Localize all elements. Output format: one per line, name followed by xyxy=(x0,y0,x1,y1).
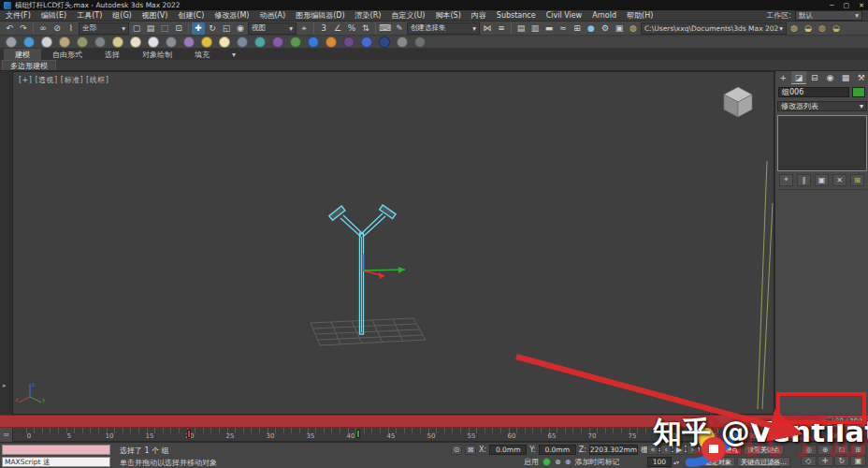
select-and-scale-icon[interactable]: ◱ xyxy=(220,22,233,35)
ribbon-tab-modeling[interactable]: 建模 xyxy=(4,49,41,60)
custom-toolbar-icon[interactable] xyxy=(130,37,141,48)
align-icon[interactable]: ≡ xyxy=(495,22,508,35)
custom-toolbar-icon[interactable] xyxy=(272,37,283,48)
redo-icon[interactable]: ↷ xyxy=(17,22,30,35)
selection-region-icon[interactable]: ⬚ xyxy=(158,22,171,35)
render-preset-2-icon[interactable]: ◒ xyxy=(802,22,815,35)
zoom-icon[interactable]: ◎ xyxy=(801,445,817,455)
custom-toolbar-icon[interactable] xyxy=(6,37,17,48)
bind-spacewarp-icon[interactable]: ⌇ xyxy=(65,22,78,35)
custom-toolbar-icon[interactable] xyxy=(308,37,319,48)
ribbon-tab-freeform[interactable]: 自由形式 xyxy=(41,49,94,60)
maximize-viewport-icon[interactable]: ▣ xyxy=(850,456,866,466)
custom-toolbar-icon[interactable] xyxy=(94,37,106,48)
edit-named-sets-icon[interactable]: ✎ xyxy=(393,22,406,35)
material-editor-icon[interactable]: ● xyxy=(585,22,598,35)
next-frame-icon[interactable]: › xyxy=(687,445,698,455)
selection-filter-dropdown[interactable]: 全部▾ xyxy=(79,22,129,35)
zoom-all-icon[interactable]: ⊕ xyxy=(817,445,833,455)
custom-toolbar-icon[interactable] xyxy=(343,37,354,48)
custom-toolbar-icon[interactable] xyxy=(183,37,195,48)
dock-expand-icon[interactable]: ▸ xyxy=(3,382,7,389)
custom-toolbar-icon[interactable] xyxy=(148,37,159,48)
perspective-viewport[interactable]: [+] [透视] [标准] [线框] xyxy=(12,71,774,415)
make-unique-icon[interactable]: ▣ xyxy=(815,174,829,186)
selection-lock-icon[interactable]: ⊠ xyxy=(465,445,476,455)
remove-modifier-icon[interactable]: ✕ xyxy=(832,174,846,186)
disable-icon[interactable]: ⊗ xyxy=(555,458,561,466)
play-animation-icon[interactable]: ▶ xyxy=(673,445,685,455)
custom-toolbar-icon[interactable] xyxy=(254,37,266,48)
layer-manager-icon[interactable]: ▤ xyxy=(514,22,528,35)
time-slider-handle[interactable]: 100 / 100 xyxy=(829,417,864,426)
object-name-field[interactable]: 组006 xyxy=(778,87,849,97)
modifier-list-dropdown[interactable]: 修改器列表▾ xyxy=(777,101,867,111)
menu-item[interactable]: Civil View xyxy=(546,11,583,20)
modify-tab-icon[interactable]: ◪ xyxy=(791,71,807,84)
menu-item[interactable]: Substance xyxy=(497,11,536,20)
render-preset-3-icon[interactable]: ◍ xyxy=(816,22,829,35)
curve-editor-icon[interactable]: ≈ xyxy=(557,22,570,35)
minimize-button[interactable]: ─ xyxy=(830,2,833,9)
custom-toolbar-icon[interactable] xyxy=(361,37,372,48)
create-tab-icon[interactable]: + xyxy=(775,71,791,84)
named-selection-sets-dropdown[interactable]: 创建选择集▾ xyxy=(407,22,480,35)
menu-item[interactable]: Arnold xyxy=(592,11,616,20)
render-preset-1-icon[interactable]: ◍ xyxy=(788,22,801,35)
custom-toolbar-icon[interactable] xyxy=(23,37,35,48)
menu-item[interactable]: 内容 xyxy=(471,10,486,21)
track-bar[interactable]: ≈ 05101520253035404550556065707580859095… xyxy=(0,428,868,442)
y-coordinate-field[interactable]: 0.0mm xyxy=(539,445,576,455)
render-production-icon[interactable]: ◍ xyxy=(627,22,640,35)
set-key-button[interactable]: 设置关键点 xyxy=(744,445,784,455)
custom-toolbar-icon[interactable] xyxy=(397,37,408,48)
time-slider[interactable]: 100 / 100 xyxy=(0,415,868,428)
custom-toolbar-icon[interactable] xyxy=(77,37,88,48)
zoom-extents-icon[interactable]: ⊡ xyxy=(834,445,850,455)
selected-filter-dropdown[interactable]: 选定对象 xyxy=(702,457,735,467)
show-end-result-icon[interactable]: ∥ xyxy=(797,174,811,186)
menu-item[interactable]: 帮助(H) xyxy=(627,10,653,21)
maxscript-mini-listener-field[interactable]: MAXScript 迷 xyxy=(2,457,110,467)
use-pivot-center-icon[interactable]: ⌖ xyxy=(297,22,311,35)
menu-item[interactable]: 修改器(M) xyxy=(214,10,249,21)
custom-toolbar-icon[interactable] xyxy=(166,37,177,48)
open-mini-curve-editor-icon[interactable]: ≈ xyxy=(0,428,13,442)
custom-toolbar-icon[interactable] xyxy=(326,37,337,48)
pin-stack-icon[interactable]: ⌖ xyxy=(779,174,793,186)
menu-item[interactable]: 视图(V) xyxy=(142,10,168,21)
workspace-dropdown[interactable]: 默认▾ xyxy=(795,10,862,21)
mirror-icon[interactable]: ⋈ xyxy=(481,22,494,35)
ribbon-tab-selection[interactable]: 选择 xyxy=(94,49,131,60)
orbit-icon[interactable]: ↻ xyxy=(834,456,850,466)
display-tab-icon[interactable]: ▦ xyxy=(838,71,854,84)
ribbon-tab-object-paint[interactable]: 对象绘制 xyxy=(131,49,183,60)
project-folder-dropdown[interactable]: C:\Users\xxq\Documents\3ds Max 2022▾ xyxy=(641,22,787,35)
angle-snap-icon[interactable]: ∠ xyxy=(331,22,344,35)
key-filters-button[interactable]: 关键点过滤器... xyxy=(737,457,790,467)
menu-item[interactable]: 动画(A) xyxy=(259,10,285,21)
select-link-icon[interactable]: ∞ xyxy=(36,22,50,35)
custom-toolbar-icon[interactable] xyxy=(59,37,70,48)
render-preset-4-icon[interactable]: ◒ xyxy=(830,22,843,35)
polygon-modeling-panel[interactable]: 多边形建模 xyxy=(2,60,56,70)
keyframe-marker[interactable] xyxy=(356,430,360,438)
x-coordinate-field[interactable]: 0.0mm xyxy=(489,445,527,455)
percent-snap-icon[interactable]: % xyxy=(345,22,358,35)
motion-tab-icon[interactable]: ◉ xyxy=(822,71,838,84)
custom-toolbar-icon[interactable] xyxy=(237,37,248,48)
previous-frame-icon[interactable]: ‹ xyxy=(660,445,672,455)
menu-item[interactable]: 创建(C) xyxy=(178,10,204,21)
snap-toggle-icon[interactable]: 3 xyxy=(317,22,330,35)
spinner-snap-icon[interactable]: ⇅ xyxy=(359,22,372,35)
select-object-icon[interactable]: ▢ xyxy=(130,22,143,35)
menu-item[interactable]: 自定义(U) xyxy=(391,10,425,21)
undo-icon[interactable]: ↶ xyxy=(3,22,16,35)
custom-toolbar-icon[interactable] xyxy=(414,37,426,48)
add-time-tag-label[interactable]: 添加时间标记 xyxy=(574,457,619,467)
keyframe-marker[interactable] xyxy=(187,430,191,438)
pan-icon[interactable]: ✛ xyxy=(817,456,833,466)
menu-item[interactable]: 渲染(R) xyxy=(355,10,382,21)
custom-toolbar-icon[interactable] xyxy=(112,37,123,48)
ribbon-tab-populate[interactable]: 填充 xyxy=(183,49,221,60)
